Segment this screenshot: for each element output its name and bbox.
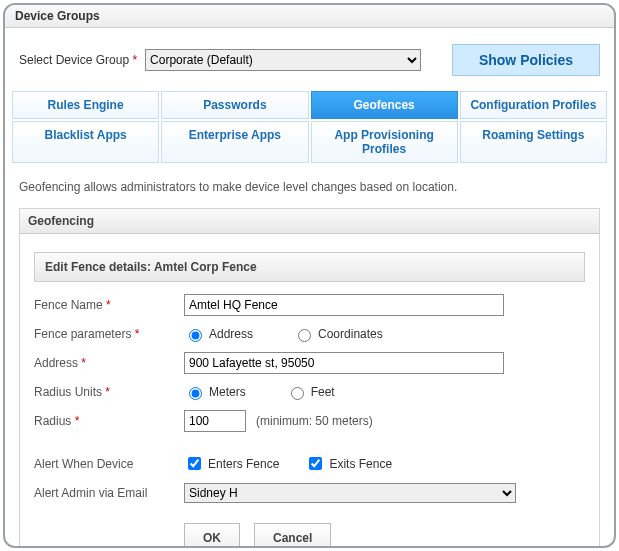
units-feet-radio[interactable]: Feet — [286, 384, 335, 400]
tab-blacklist-apps[interactable]: Blacklist Apps — [12, 121, 159, 163]
tab-roaming-settings[interactable]: Roaming Settings — [460, 121, 607, 163]
fence-name-label: Fence Name * — [34, 298, 184, 312]
edit-fence-title: Edit Fence details: Amtel Corp Fence — [34, 252, 585, 282]
address-input[interactable] — [184, 352, 504, 374]
geofencing-panel: Geofencing Edit Fence details: Amtel Cor… — [19, 208, 600, 548]
device-groups-window: Device Groups Select Device Group * Corp… — [3, 3, 616, 548]
select-group-label: Select Device Group * — [19, 53, 137, 67]
radius-input[interactable] — [184, 410, 246, 432]
radius-hint: (minimum: 50 meters) — [256, 414, 373, 428]
cancel-button[interactable]: Cancel — [254, 523, 331, 548]
tab-enterprise-apps[interactable]: Enterprise Apps — [161, 121, 308, 163]
tab-rules-engine[interactable]: Rules Engine — [12, 91, 159, 119]
show-policies-button[interactable]: Show Policies — [452, 44, 600, 76]
tab-passwords[interactable]: Passwords — [161, 91, 308, 119]
alert-email-select[interactable]: Sidney H — [184, 483, 516, 503]
units-meters-radio[interactable]: Meters — [184, 384, 246, 400]
fence-name-input[interactable] — [184, 294, 504, 316]
tab-app-provisioning-profiles[interactable]: App Provisioning Profiles — [311, 121, 458, 163]
tab-geofences[interactable]: Geofences — [311, 91, 458, 119]
description-text: Geofencing allows administrators to make… — [5, 164, 614, 204]
radius-label: Radius * — [34, 414, 184, 428]
alert-when-label: Alert When Device — [34, 457, 184, 471]
enters-fence-checkbox[interactable]: Enters Fence — [184, 454, 279, 473]
ok-button[interactable]: OK — [184, 523, 240, 548]
tab-configuration-profiles[interactable]: Configuration Profiles — [460, 91, 607, 119]
window-title: Device Groups — [5, 5, 614, 28]
param-coordinates-radio[interactable]: Coordinates — [293, 326, 383, 342]
tabs: Rules Engine Passwords Geofences Configu… — [5, 90, 614, 164]
panel-title: Geofencing — [20, 209, 599, 234]
selector-row: Select Device Group * Corporate (Default… — [5, 28, 614, 90]
exits-fence-checkbox[interactable]: Exits Fence — [305, 454, 392, 473]
radius-units-label: Radius Units * — [34, 385, 184, 399]
device-group-select[interactable]: Corporate (Default) — [145, 49, 421, 71]
param-address-radio[interactable]: Address — [184, 326, 253, 342]
address-label: Address * — [34, 356, 184, 370]
fence-params-label: Fence parameters * — [34, 327, 184, 341]
alert-email-label: Alert Admin via Email — [34, 486, 184, 500]
